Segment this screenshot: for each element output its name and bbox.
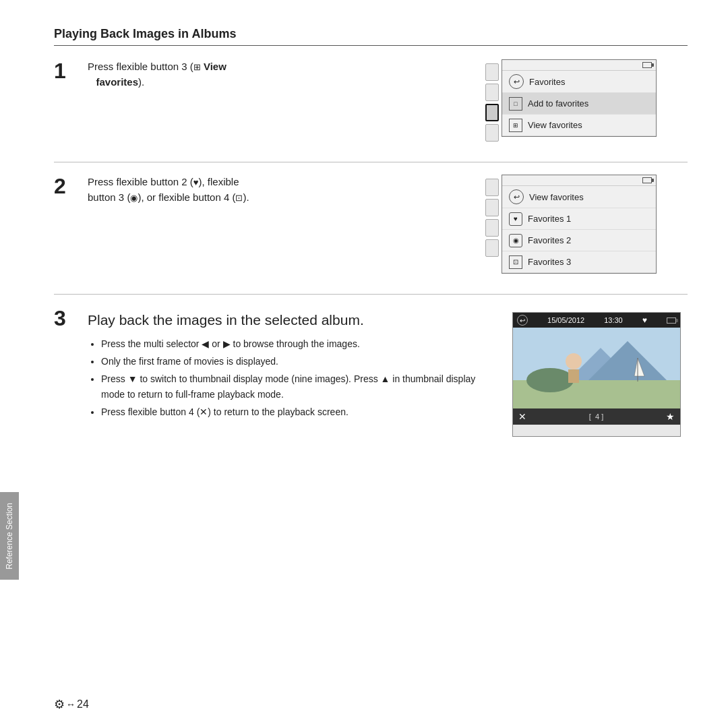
preview-time: 13:30	[604, 316, 623, 324]
view-fav-icon: ⊞	[509, 119, 522, 132]
step-1-text: Press flexible button 3 (⊞ View favorite…	[88, 59, 485, 90]
fav2-icon: ◉	[509, 234, 522, 247]
lcd2-fav2-label: Favorites 2	[528, 235, 571, 245]
lcd1-view-fav: ⊞ View favorites	[502, 115, 656, 136]
step-3-number: 3	[54, 307, 81, 330]
step-2-content: Press flexible button 2 (♥), flexible bu…	[88, 175, 485, 205]
preview-x-btn: ✕	[518, 411, 526, 422]
lcd2-fav1: ♥ Favorites 1	[502, 208, 656, 230]
step-1: 1 Press flexible button 3 (⊞ View favori…	[54, 59, 688, 142]
fav3-icon: ⊡	[509, 255, 522, 269]
icon-heart: ♥	[193, 177, 199, 187]
step-2-lcd: ↩ View favorites ♥ Favorites 1 ◉ Favorit…	[502, 175, 657, 274]
bullet-3-text: Press ▼ to switch to thumbnail display m…	[101, 373, 475, 400]
step-3-preview-area: ↩ 15/05/2012 13:30 ♥	[512, 312, 688, 437]
bullet-2-text: Only the first frame of movies is displa…	[101, 356, 278, 367]
step-2-buttons	[485, 179, 499, 257]
preview-battery	[667, 317, 676, 324]
divider-2	[54, 294, 688, 295]
step-2-camera: ↩ View favorites ♥ Favorites 1 ◉ Favorit…	[485, 175, 688, 274]
cam-btn-2	[485, 84, 499, 101]
step-3-content: Play back the images in the selected alb…	[88, 307, 688, 437]
battery-icon-2	[642, 177, 652, 183]
step-1-buttons	[485, 63, 499, 142]
lcd1-back-item: ↩ Favorites	[502, 71, 656, 93]
lcd1-view-label: View favorites	[528, 120, 582, 130]
lcd2-fav2: ◉ Favorites 2	[502, 230, 656, 251]
cam-btn-4	[485, 124, 499, 142]
lcd1-add-fav: □ Add to favorites	[502, 93, 656, 115]
step-3-left: Play back the images in the selected alb…	[88, 312, 512, 422]
step-1-text-close: ).	[138, 76, 144, 88]
page-container: Reference Section Playing Back Images in…	[0, 0, 728, 728]
lcd1-add-label: Add to favorites	[528, 98, 588, 109]
lcd2-back-item: ↩ View favorites	[502, 186, 656, 208]
step-1-number: 1	[54, 59, 81, 83]
step-3-row: Play back the images in the selected alb…	[88, 312, 688, 437]
cam-btn-1	[485, 63, 499, 81]
cam2-btn-1	[485, 179, 499, 196]
step-3-title: Play back the images in the selected alb…	[88, 312, 499, 328]
step-2-screen-area: ↩ View favorites ♥ Favorites 1 ◉ Favorit…	[485, 175, 688, 274]
lcd1-back-label: Favorites	[529, 77, 565, 87]
step-1-icon: ⊞	[193, 62, 201, 72]
step-1-text-before: Press flexible button 3 (	[88, 61, 193, 72]
cam-btn-3-active	[485, 104, 499, 121]
preview-header: ↩ 15/05/2012 13:30 ♥	[513, 313, 680, 328]
svg-rect-8	[568, 369, 579, 383]
lcd2-header	[502, 175, 656, 186]
step-1-content: Press flexible button 3 (⊞ View favorite…	[88, 59, 485, 90]
lcd2-view-fav-label: View favorites	[529, 192, 584, 202]
footer-page-number: 24	[77, 698, 89, 710]
cam2-btn-3	[485, 219, 499, 237]
battery-icon	[642, 62, 652, 68]
reference-section-label: Reference Section	[5, 503, 14, 570]
step-2-number: 2	[54, 175, 81, 198]
bullet-3: Press ▼ to switch to thumbnail display m…	[101, 371, 499, 404]
step-3-bullets: Press the multi selector ◀ or ▶ to brows…	[88, 336, 499, 421]
step-3-preview: ↩ 15/05/2012 13:30 ♥	[512, 312, 681, 437]
back-icon: ↩	[509, 74, 524, 89]
preview-fav-icon: ♥	[642, 315, 647, 325]
lcd2-fav3-label: Favorites 3	[528, 257, 571, 267]
preview-timestamp: 15/05/2012	[547, 316, 584, 324]
divider-1	[54, 162, 688, 162]
lcd2-fav3: ⊡ Favorites 3	[502, 251, 656, 273]
footer-arrow: ↔	[66, 699, 75, 710]
bullet-1-text: Press the multi selector ◀ or ▶ to brows…	[101, 338, 360, 349]
step-2: 2 Press flexible button 2 (♥), flexible …	[54, 175, 688, 274]
step-3: 3 Play back the images in the selected a…	[54, 307, 688, 437]
icon-circle-dot: ◉	[130, 193, 138, 203]
bullet-4: Press flexible button 4 (✕) to return to…	[101, 404, 499, 421]
svg-point-7	[566, 353, 582, 369]
preview-back-btn: ↩	[517, 315, 528, 326]
top-divider	[54, 45, 688, 46]
bullet-1: Press the multi selector ◀ or ▶ to brows…	[101, 336, 499, 353]
preview-frame-info: [ 4 ]	[589, 413, 603, 421]
svg-point-4	[526, 368, 574, 392]
reference-section-tab: Reference Section	[0, 492, 19, 580]
bullet-2: Only the first frame of movies is displa…	[101, 354, 499, 370]
back-icon-2: ↩	[509, 189, 524, 204]
cam2-btn-4	[485, 239, 499, 257]
preview-svg	[513, 328, 680, 408]
lcd1-header	[502, 60, 656, 71]
step-1-screen-area: ↩ Favorites □ Add to favorites ⊞ View fa…	[485, 59, 688, 142]
fav1-icon: ♥	[509, 212, 522, 226]
lcd2-fav1-label: Favorites 1	[528, 214, 571, 224]
preview-image	[513, 328, 680, 408]
step-2-text: Press flexible button 2 (♥), flexible bu…	[88, 175, 485, 205]
preview-footer: ✕ [ 4 ] ★	[513, 408, 680, 425]
step-1-lcd: ↩ Favorites □ Add to favorites ⊞ View fa…	[502, 59, 657, 137]
step-1-camera: ↩ Favorites □ Add to favorites ⊞ View fa…	[485, 59, 688, 142]
page-footer: ⚙ ↔ 24	[54, 697, 89, 712]
add-fav-icon: □	[509, 97, 522, 111]
page-title: Playing Back Images in Albums	[54, 27, 688, 41]
cam2-btn-2	[485, 199, 499, 216]
footer-icon: ⚙	[54, 697, 65, 712]
bullet-4-text: Press flexible button 4 (✕) to return to…	[101, 406, 348, 417]
preview-star-icon: ★	[666, 411, 675, 422]
icon-fav4: ⊡	[235, 193, 243, 203]
